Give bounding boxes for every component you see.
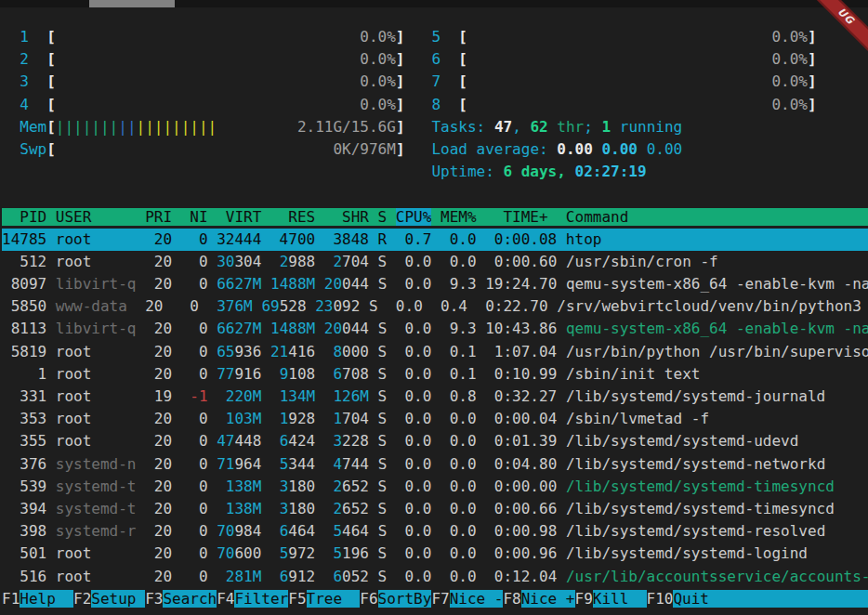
fn-label-filter[interactable]: Filter [234,590,288,608]
text-segment: 71 [217,455,234,473]
tasks-label: Tasks: [431,118,493,136]
fn-key-f7[interactable]: F7 [431,590,449,608]
text-segment: 8113 [2,320,56,337]
loadavg-15: 0.00 [647,140,683,158]
process-row-331[interactable]: 331 root 19 -1 220M 134M 126M S 0.0 0.8 … [2,386,868,408]
sort-column-cpu-header[interactable]: CPU% [396,208,432,226]
column-headers-left[interactable]: PID USER PRI NI VIRT RES SHR S [2,208,396,226]
process-row-8113[interactable]: 8113 libvirt-q 20 0 6627M 1488M 20044 S … [2,318,868,340]
process-row-355[interactable]: 355 root 20 0 47448 6424 3228 S 0.0 0.0 … [2,430,868,452]
cpu1-id: 1 [20,28,29,46]
text-segment [441,50,458,68]
cpu3-id: 3 [20,72,29,90]
fn-key-f8[interactable]: F8 [503,590,520,608]
process-row-5850[interactable]: 5850 www-data 20 0 376M 69528 23092 S 0.… [2,295,868,318]
fn-label-tree[interactable]: Tree [307,590,361,608]
process-row-1[interactable]: 1 root 20 0 77916 9108 6708 S 0.0 0.1 0:… [2,363,868,386]
text-segment: 1488M [270,275,315,293]
loadavg-label: Load average: [431,140,557,158]
user: systemd-n [56,455,137,473]
cpu-meters-2-6: 2 [ 0.0%] 6 [ 0.0%] [2,48,868,71]
fn-label-nice-minus[interactable]: Nice - [450,590,504,608]
text-segment: 138M [226,478,262,495]
process-row-501[interactable]: 501 root 20 0 70600 5972 5196 S 0.0 0.0 … [2,543,868,565]
text-segment: 5819 root 20 0 [2,343,217,360]
fn-key-f6[interactable]: F6 [360,590,377,608]
text-segment: 6627M [217,275,261,293]
fn-label-nice-plus[interactable]: Nice + [521,590,575,608]
process-row-512[interactable]: 512 root 20 0 30304 2988 2704 S 0.0 0.0 … [2,251,868,273]
fn-key-f4[interactable]: F4 [217,590,234,608]
htop-terminal-screen: 1 [ 0.0%] 5 [ 0.0%] 2 [ 0.0%] 6 [ 0.0%] … [0,0,868,615]
text-segment [405,72,432,90]
text-segment: 344 [288,455,333,473]
fn-key-f2[interactable]: F2 [73,590,91,608]
fn-label-kill[interactable]: Kill [593,590,647,608]
text-segment [405,118,432,136]
fn-key-f1[interactable]: F1 [2,590,20,608]
column-headers-right[interactable]: MEM% TIME+ Command [431,208,868,226]
cpu8-value: 0.0% [771,96,808,113]
text-segment [2,28,20,46]
swap-label: Swp [20,140,46,158]
text-segment [467,28,772,46]
user: systemd-t [56,500,137,517]
text-segment: 23 [315,297,333,315]
text-segment [2,140,20,158]
cpu8-id: 8 [431,96,441,113]
text-segment [2,185,11,203]
text-segment: 20 0 [137,522,217,540]
fn-key-f3[interactable]: F3 [145,590,163,608]
process-row-398[interactable]: 398 systemd-r 20 0 70984 6464 5464 S 0.0… [2,520,868,543]
cpu2-value: 0.0% [360,50,396,68]
process-row-376[interactable]: 376 systemd-n 20 0 71964 5344 4744 S 0.0… [2,453,868,476]
process-row-14785-selected[interactable]: 14785 root 20 0 32444 4700 3848 R 0.7 0.… [2,229,868,251]
fn-key-f10[interactable]: F10 [647,590,674,608]
text-segment: 512 root 20 0 [2,253,217,270]
text-segment: 20 0 [137,500,226,517]
fn-label-quit[interactable]: Quit [673,590,868,608]
fn-label-help[interactable]: Help [20,590,73,608]
text-segment: 47 [217,432,234,450]
fn-label-setup[interactable]: Setup [91,590,145,608]
text-segment: 3 [333,432,342,450]
table-header-row[interactable]: PID USER PRI NI VIRT RES SHR S CPU% MEM%… [2,206,868,229]
text-segment: 138M [226,500,262,517]
text-segment: thr [548,118,585,136]
spacer-row [2,183,868,205]
text-segment [29,50,46,68]
fn-key-f5[interactable]: F5 [288,590,306,608]
fn-label-search[interactable]: Search [163,590,217,608]
text-segment: ; [584,118,601,136]
user: libvirt-q [56,320,137,337]
text-segment: 134M [280,387,316,405]
process-row-539[interactable]: 539 systemd-t 20 0 138M 3180 2652 S 0.0 … [2,476,868,498]
text-segment: 936 [234,343,270,360]
text-segment: 928 [288,410,333,427]
process-row-516[interactable]: 516 root 20 0 281M 6912 6052 S 0.0 0.0 0… [2,566,868,588]
fn-key-f9[interactable]: F9 [575,590,593,608]
process-row-353[interactable]: 353 root 20 0 103M 1928 1704 S 0.0 0.0 0… [2,408,868,430]
text-segment: 376M [217,297,253,315]
text-segment [56,72,361,90]
process-row-5819[interactable]: 5819 root 20 0 65936 21416 8000 S 0.0 0.… [2,341,868,363]
process-row-8097[interactable]: 8097 libvirt-q 20 0 6627M 1488M 20044 S … [2,273,868,295]
terminal-content: 1 [ 0.0%] 5 [ 0.0%] 2 [ 0.0%] 6 [ 0.0%] … [0,0,868,615]
fn-label-sortby[interactable]: SortBy [378,590,432,608]
text-segment: 2 [280,253,289,270]
text-segment: 528 [280,297,316,315]
mem-cache-bars: ||||||||| [137,118,217,136]
text-segment: 5850 [2,297,56,315]
negative-nice-value: -1 [190,387,207,405]
new-process-command: qemu-system-x86_64 -enable-kvm -na [566,320,868,337]
text-segment: [ [46,118,56,136]
swp-meter-and-loadavg: Swp[ 0K/976M] Load average: 0.00 0.00 0.… [2,138,868,161]
process-row-394[interactable]: 394 systemd-t 20 0 138M 3180 2652 S 0.0 … [2,498,868,520]
text-segment: 30 [217,253,234,270]
cpu-meters-1-5: 1 [ 0.0%] 5 [ 0.0%] [2,26,868,48]
text-segment [261,478,279,495]
text-segment: 708 S 0.0 0.1 0:10.99 /sbin/init text [342,365,700,383]
text-segment: 5 [280,544,289,562]
text-segment: ] [396,72,405,90]
text-segment [261,387,279,405]
